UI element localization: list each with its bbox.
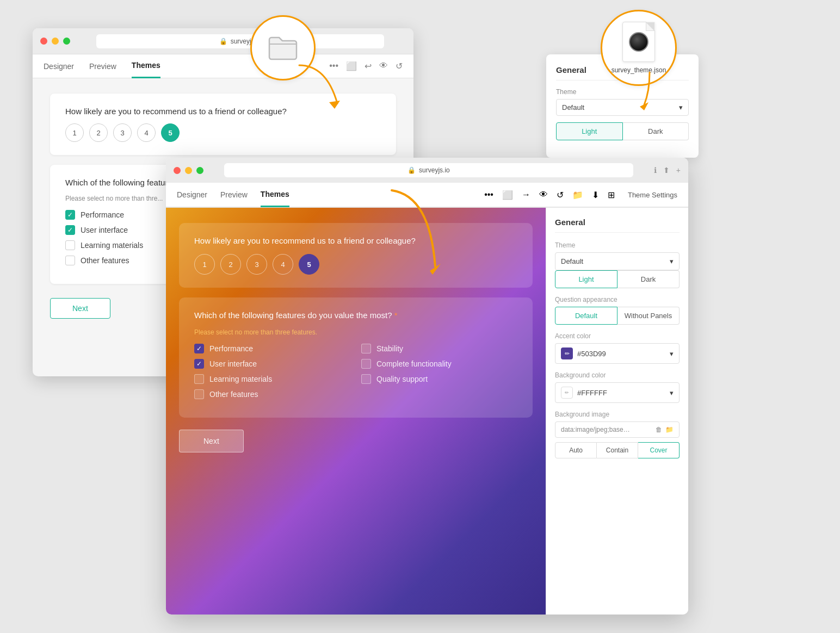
front-checkbox-user-interface[interactable]: ✓ User interface — [194, 359, 350, 369]
accent-color-field[interactable]: ✏ #503D99 ▾ — [555, 343, 680, 364]
front-checkbox-quality-label: Quality support — [376, 375, 428, 383]
fit-contain-btn[interactable]: Contain — [597, 442, 638, 458]
undo-icon[interactable]: ↩ — [365, 61, 372, 71]
rating-row: 1 2 3 4 5 — [65, 123, 381, 142]
front-checkbox-performance[interactable]: ✓ Performance — [194, 344, 350, 353]
front-checkbox-stability-label: Stability — [376, 344, 403, 353]
accent-chevron-icon: ▾ — [670, 350, 674, 358]
front-refresh-icon[interactable]: ↺ — [557, 190, 564, 200]
front-tab-preview[interactable]: Preview — [220, 182, 248, 207]
fit-auto-btn[interactable]: Auto — [555, 442, 597, 458]
minimize-button[interactable] — [52, 38, 59, 45]
front-url-text: surveyjs.io — [419, 166, 450, 174]
bg-image-actions: 🗑 📁 — [656, 426, 674, 433]
theme-settings-label: Theme Settings — [628, 191, 677, 199]
front-checkbox-user-interface-box[interactable]: ✓ — [194, 359, 204, 369]
share-icon[interactable]: ⬆ — [663, 166, 670, 175]
theme-select[interactable]: Default ▾ — [555, 252, 680, 270]
front-checkbox-other[interactable]: Other features — [194, 389, 350, 399]
back-window-titlebar: 🔒 surveyjs.io — [33, 28, 413, 54]
front-maximize-button[interactable] — [196, 167, 203, 174]
front-checkbox-quality[interactable]: Quality support — [361, 374, 517, 384]
front-close-button[interactable] — [174, 167, 181, 174]
front-question2-text: Which of the following features do you v… — [194, 311, 517, 320]
tab-designer[interactable]: Designer — [44, 54, 74, 78]
checkbox-other-box[interactable] — [65, 256, 75, 265]
checkbox-user-interface-box[interactable]: ✓ — [65, 225, 75, 235]
info-icon[interactable]: ℹ — [654, 166, 657, 175]
front-checkbox-learning[interactable]: Learning materials — [194, 374, 350, 384]
rating-5[interactable]: 5 — [161, 123, 180, 142]
front-minimize-button[interactable] — [185, 167, 192, 174]
eye-off-icon[interactable]: 👁 — [379, 61, 388, 71]
front-checkbox-performance-box[interactable]: ✓ — [194, 344, 204, 353]
front-more-icon[interactable]: ••• — [484, 190, 493, 200]
front-folder-icon[interactable]: 📁 — [572, 190, 583, 200]
clear-image-icon[interactable]: 🗑 — [656, 426, 662, 433]
maximize-button[interactable] — [63, 38, 70, 45]
tab-themes[interactable]: Themes — [132, 54, 160, 78]
checkbox-learning-box[interactable] — [65, 240, 75, 250]
folder-icon — [268, 35, 298, 60]
front-forward-icon[interactable]: → — [522, 190, 530, 200]
rating-2[interactable]: 2 — [89, 123, 108, 142]
file-icon — [622, 22, 655, 62]
rating-4[interactable]: 4 — [137, 123, 156, 142]
front-lock-icon: 🔒 — [407, 166, 416, 174]
front-rating-5[interactable]: 5 — [299, 254, 319, 275]
background-image-field[interactable]: data:image/jpeg;base64... 🗑 📁 — [555, 421, 680, 438]
add-tab-icon[interactable]: + — [676, 166, 681, 175]
back-next-button[interactable]: Next — [50, 298, 110, 319]
checkboxes-grid: ✓ Performance ✓ User interface Learning … — [194, 344, 517, 405]
checkbox-performance-box[interactable]: ✓ — [65, 210, 75, 220]
front-device-icon[interactable]: ⬜ — [502, 190, 513, 200]
bg-chevron-icon: ▾ — [670, 389, 674, 397]
front-checkbox-stability[interactable]: Stability — [361, 344, 517, 353]
light-dark-toggle: Light Dark — [555, 270, 680, 288]
background-color-label: Background color — [555, 371, 680, 379]
front-checkbox-card: Which of the following features do you v… — [179, 297, 533, 418]
front-grid-icon[interactable]: ⊞ — [608, 190, 615, 200]
front-tab-themes[interactable]: Themes — [261, 182, 289, 207]
front-rating-4[interactable]: 4 — [273, 254, 293, 275]
main-annotation-arrow — [375, 185, 452, 283]
without-panels-btn[interactable]: Without Panels — [617, 307, 680, 325]
theme-chevron-icon: ▾ — [670, 257, 674, 265]
light-toggle-btn[interactable]: Light — [555, 270, 617, 288]
arrow-file-to-panel — [628, 70, 671, 113]
theme-label: Theme — [555, 241, 680, 249]
front-checkbox-other-label: Other features — [209, 390, 258, 399]
rating-1[interactable]: 1 — [65, 123, 84, 142]
front-rating-3[interactable]: 3 — [246, 254, 267, 275]
front-rating-1[interactable]: 1 — [194, 254, 215, 275]
front-checkbox-complete[interactable]: Complete functionality — [361, 359, 517, 369]
right-panel-title: General — [555, 218, 680, 233]
refresh-icon[interactable]: ↺ — [396, 61, 403, 71]
front-tab-designer[interactable]: Designer — [177, 182, 207, 207]
tab-preview[interactable]: Preview — [89, 54, 116, 78]
front-download-icon[interactable]: ⬇ — [592, 190, 599, 200]
front-checkbox-quality-box[interactable] — [361, 374, 371, 384]
front-url-bar: 🔒 surveyjs.io — [224, 163, 633, 177]
close-button[interactable] — [40, 38, 47, 45]
fit-cover-btn[interactable]: Cover — [638, 442, 680, 458]
settings-popup-dark-btn[interactable]: Dark — [623, 122, 689, 140]
front-eye-off-icon[interactable]: 👁 — [539, 190, 548, 200]
front-rating-2[interactable]: 2 — [220, 254, 241, 275]
front-checkbox-other-box[interactable] — [194, 389, 204, 399]
front-checkbox-complete-box[interactable] — [361, 359, 371, 369]
front-checkbox-stability-box[interactable] — [361, 344, 371, 353]
pencil-icon: ✏ — [565, 350, 570, 357]
file-fold — [646, 22, 654, 31]
settings-popup-light-btn[interactable]: Light — [556, 122, 623, 140]
front-checkbox-learning-box[interactable] — [194, 374, 204, 384]
dark-toggle-btn[interactable]: Dark — [617, 270, 680, 288]
default-appearance-btn[interactable]: Default — [555, 307, 617, 325]
front-tab-icons: ••• ⬜ → 👁 ↺ 📁 ⬇ ⊞ Theme Settings — [484, 190, 677, 200]
front-next-button[interactable]: Next — [179, 430, 244, 452]
open-folder-icon[interactable]: 📁 — [665, 426, 674, 433]
chevron-down-icon: ▾ — [679, 103, 683, 111]
background-color-swatch: ✏ — [561, 387, 573, 399]
rating-3[interactable]: 3 — [113, 123, 132, 142]
background-color-field[interactable]: ✏ #FFFFFF ▾ — [555, 382, 680, 403]
